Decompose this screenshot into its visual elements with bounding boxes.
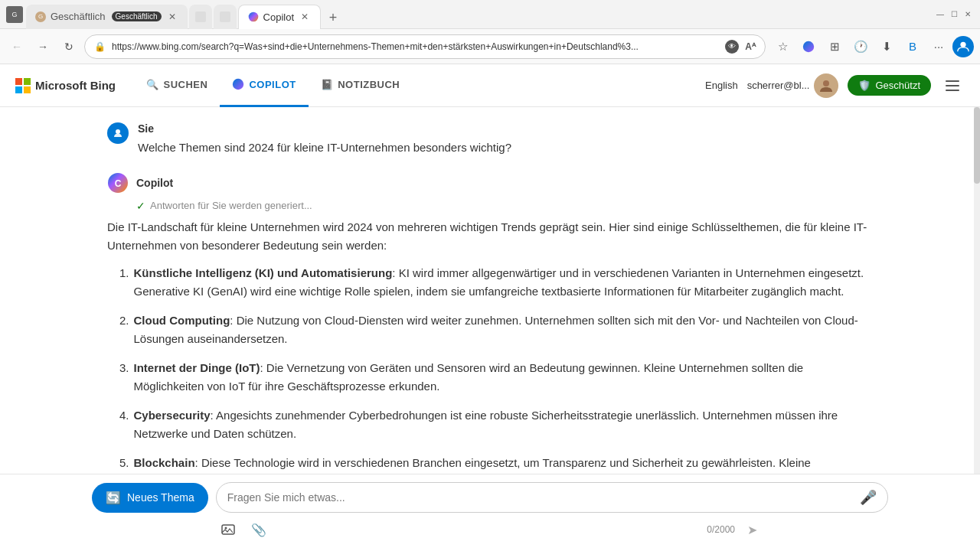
copilot-name: Copilot — [136, 177, 173, 189]
ms-green — [24, 78, 31, 85]
browser-addressbar: ← → ↻ 🔒 https://www.bing.com/search?q=Wa… — [0, 29, 980, 64]
username-text: scherrer@bl... — [747, 80, 810, 91]
copilot-nav-icon — [232, 78, 244, 90]
more-button[interactable]: ··· — [926, 34, 951, 59]
copilot-message: C Copilot ✓ Antworten für Sie werden gen… — [107, 172, 873, 474]
svg-point-10 — [225, 527, 227, 530]
tab-bar: G Geschäftlich Geschäftlich ✕ Copilot ✕ … — [26, 0, 925, 29]
back-button[interactable]: ← — [6, 36, 28, 57]
list-item: 3. Internet der Dinge (IoT): Die Vernetz… — [119, 359, 873, 396]
new-theme-button[interactable]: 🔄 Neues Thema — [92, 483, 208, 513]
input-tools: 📎 — [217, 519, 270, 540]
history-icon[interactable]: 🕐 — [848, 34, 873, 59]
maximize-button[interactable]: ☐ — [948, 8, 960, 21]
tab-empty2[interactable] — [214, 5, 237, 29]
chat-area: Sie Welche Themen sind 2024 für kleine I… — [0, 107, 980, 474]
input-row: 🔄 Neues Thema 🎤 — [92, 482, 888, 513]
nav-notizbuch-label: NOTIZBUCH — [338, 79, 400, 90]
close-button[interactable]: ✕ — [962, 8, 974, 21]
list-number-4: 4. — [119, 406, 129, 443]
browser-titlebar: G G Geschäftlich Geschäftlich ✕ Copilot … — [0, 0, 980, 29]
ms-blue — [15, 86, 22, 93]
char-count-text: 0/2000 — [707, 524, 735, 535]
user-text: Welche Themen sind 2024 für kleine IT-Un… — [138, 139, 873, 157]
new-theme-label: Neues Thema — [127, 491, 194, 504]
user-name: Sie — [138, 122, 873, 135]
user-info[interactable]: scherrer@bl... — [747, 73, 839, 98]
tab-geschaeftlich-label: Geschäftlich — [51, 11, 106, 22]
toolbar-icons: ☆ ⊞ 🕐 ⬇ B ··· — [770, 34, 974, 59]
user-avatar — [814, 73, 838, 98]
nav-suchen[interactable]: 🔍 SUCHEN — [134, 64, 220, 107]
svg-point-2 — [960, 41, 965, 47]
image-tool-button[interactable] — [217, 519, 239, 540]
list-number-3: 3. — [119, 359, 129, 396]
edge-profile-icon[interactable] — [952, 36, 974, 57]
tab-empty1[interactable] — [189, 5, 212, 29]
geschutzt-shield-icon: 🛡️ — [858, 80, 871, 91]
hamburger-line-1 — [946, 80, 959, 82]
favorites-icon[interactable]: ☆ — [770, 34, 795, 59]
forward-button[interactable]: → — [32, 36, 54, 57]
svg-text:C: C — [115, 178, 122, 189]
collections-icon[interactable]: ⊞ — [822, 34, 847, 59]
address-text: https://www.bing.com/search?q=Was+sind+d… — [112, 41, 719, 52]
profile-badge[interactable]: G — [6, 6, 23, 23]
tab-icon-2 — [220, 11, 230, 22]
chat-input[interactable] — [227, 491, 854, 504]
chat-input-wrap: 🎤 — [216, 482, 888, 513]
bing-logo[interactable]: Microsoft Bing — [15, 78, 116, 93]
bing-logo-text: Microsoft Bing — [35, 79, 116, 92]
list-number-2: 2. — [119, 311, 129, 348]
list-content-2: Cloud Computing: Die Nutzung von Cloud-D… — [134, 311, 873, 348]
language-button[interactable]: English — [705, 80, 738, 91]
list-item: 5. Blockchain: Diese Technologie wird in… — [119, 454, 873, 474]
tab-geschaeftlich[interactable]: G Geschäftlich Geschäftlich ✕ — [26, 5, 188, 29]
microphone-icon[interactable]: 🎤 — [860, 489, 877, 506]
copilot-icon[interactable] — [796, 34, 821, 59]
minimize-button[interactable]: — — [934, 8, 946, 21]
hamburger-line-2 — [946, 85, 959, 86]
generating-status: ✓ Antworten für Sie werden generiert... — [136, 200, 873, 212]
address-bar[interactable]: 🔒 https://www.bing.com/search?q=Was+sind… — [84, 34, 766, 59]
scrollbar-thumb[interactable] — [974, 107, 980, 184]
nav-copilot-label: COPILOT — [249, 79, 296, 90]
list-item: 4. Cybersecurity: Angesichts zunehmender… — [119, 406, 873, 443]
svg-point-6 — [116, 129, 120, 134]
list-item: 1. Künstliche Intelligenz (KI) und Autom… — [119, 264, 873, 301]
attach-button[interactable]: 📎 — [248, 519, 270, 540]
menu-button[interactable] — [940, 73, 965, 98]
svg-point-1 — [803, 41, 814, 51]
geschutzt-button[interactable]: 🛡️ Geschützt — [848, 75, 931, 96]
tab-copilot-label: Copilot — [263, 11, 294, 23]
list-content-3: Internet der Dinge (IoT): Die Vernetzung… — [134, 359, 873, 396]
list-content-1: Künstliche Intelligenz (KI) und Automati… — [134, 264, 873, 301]
downloads-icon[interactable]: ⬇ — [874, 34, 899, 59]
refresh-button[interactable]: ↻ — [58, 36, 80, 57]
user-icon — [107, 122, 129, 144]
tab-copilot-close[interactable]: ✕ — [299, 11, 311, 23]
bing-icon[interactable]: B — [900, 34, 925, 59]
svg-point-5 — [823, 80, 829, 86]
copilot-tab-icon — [248, 11, 259, 22]
nav-notizbuch[interactable]: 📓 NOTIZBUCH — [309, 64, 413, 107]
scrollbar-track[interactable] — [974, 107, 980, 474]
list-item: 2. Cloud Computing: Die Nutzung von Clou… — [119, 311, 873, 348]
new-tab-button[interactable]: + — [322, 8, 344, 29]
nav-links: 🔍 SUCHEN COPILOT 📓 NOTIZBUCH — [134, 64, 705, 107]
ms-red — [15, 78, 22, 85]
user-message-content: Sie Welche Themen sind 2024 für kleine I… — [138, 122, 873, 157]
ms-yellow — [24, 86, 31, 93]
tab-copilot[interactable]: Copilot ✕ — [238, 5, 321, 29]
tab-icon-1 — [195, 11, 206, 22]
geschutzt-label: Geschützt — [875, 80, 920, 91]
microsoft-icon — [15, 78, 31, 93]
send-button[interactable]: ➤ — [741, 519, 763, 540]
nav-right: English scherrer@bl... 🛡️ Geschützt — [705, 73, 965, 98]
char-count: 0/2000 ➤ — [707, 519, 763, 540]
nav-copilot[interactable]: COPILOT — [220, 64, 308, 107]
copilot-header: C Copilot — [107, 172, 873, 194]
tab-close-btn[interactable]: ✕ — [166, 11, 178, 23]
bottom-bar: 🔄 Neues Thema 🎤 📎 0/2000 ➤ — [0, 474, 980, 551]
nav-suchen-label: SUCHEN — [164, 79, 208, 90]
